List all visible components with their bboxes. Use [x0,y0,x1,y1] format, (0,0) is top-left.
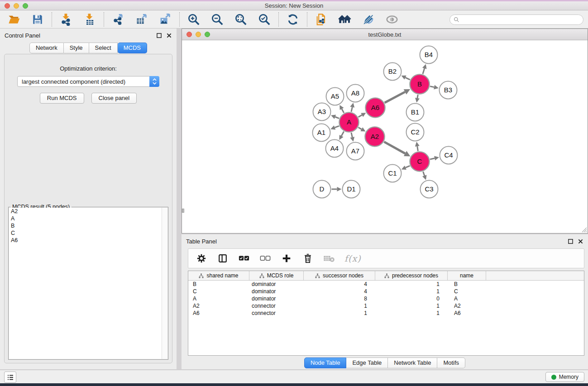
tab-node-table[interactable]: Node Table [304,357,347,368]
hide-annotations-button[interactable] [362,13,375,26]
zoom-selected-button[interactable] [258,13,271,26]
table-cell[interactable]: 1 [375,302,448,310]
table-cell[interactable]: A6 [188,310,249,317]
export-network-button[interactable] [111,13,125,26]
mcds-list-scrollbar[interactable] [162,208,167,359]
table-cell[interactable]: B [188,281,249,288]
table-cell[interactable]: 1 [304,310,375,317]
graph-edge-C-C1[interactable] [406,166,410,167]
delete-column-button[interactable] [302,253,314,264]
close-panel-icon[interactable] [578,238,583,244]
table-cell[interactable]: A [448,295,486,302]
table-cell[interactable]: 0 [375,295,448,302]
column-layout-button[interactable] [217,253,229,264]
home-button[interactable] [338,13,352,26]
network-window-titlebar[interactable]: testGlobe.txt [182,29,588,40]
graph-edge-A-A7[interactable] [351,133,352,137]
table-cell[interactable]: 1 [304,302,375,310]
table-cell[interactable]: dominator [249,281,304,288]
save-session-button[interactable] [31,13,44,26]
deselect-all-columns-button[interactable] [259,253,271,264]
table-cell[interactable]: C [188,288,249,295]
zoom-out-button[interactable] [210,13,224,26]
table-row[interactable]: A2connector11A2 [188,302,584,310]
graph-edge-B-B2[interactable] [406,77,410,80]
mcds-result-item[interactable]: A2 [9,208,167,215]
tab-select[interactable]: Select [89,43,118,53]
graph-edge-A2-C[interactable] [384,142,406,153]
run-mcds-button[interactable]: Run MCDS [40,93,84,104]
table-cell[interactable]: 1 [375,281,448,288]
open-session-button[interactable] [7,13,21,26]
graph-edge-B-B1[interactable] [417,95,418,98]
mcds-result-list[interactable]: A2ABCA6 [9,208,167,359]
tab-network-table[interactable]: Network Table [388,357,437,368]
export-table-button[interactable] [135,13,148,26]
refresh-button[interactable] [286,13,300,26]
column-header-mcds-role[interactable]: MCDS role [249,271,304,280]
tab-style[interactable]: Style [64,43,89,53]
table-row[interactable]: Cdominator41C [188,288,584,295]
network-graph[interactable]: B4B2BB3A8A5A6A3B1AA1C2A2A4A7C4CC1C3DD1 [182,40,588,233]
network-canvas[interactable]: B4B2BB3A8A5A6A3B1AA1C2A2A4A7C4CC1C3DD1 [182,40,588,233]
mcds-result-item[interactable]: B [9,222,167,229]
resize-grip-icon[interactable] [581,227,587,233]
zoom-in-button[interactable] [187,13,201,26]
table-cell[interactable]: connector [249,310,304,317]
zoom-fit-button[interactable] [234,13,248,26]
table-cell[interactable]: A2 [448,302,486,310]
mcds-result-item[interactable]: C [9,229,167,237]
float-panel-icon[interactable] [156,33,162,38]
mcds-result-item[interactable]: A [9,215,167,222]
task-history-button[interactable] [4,372,16,383]
table-settings-button[interactable] [196,253,207,264]
column-header-successor-nodes[interactable]: successor nodes [304,271,375,280]
column-header-predecessor-nodes[interactable]: predecessor nodes [375,271,448,280]
import-table-button[interactable] [83,13,96,26]
graph-edge-A-A4[interactable] [341,132,344,136]
table-cell[interactable]: 8 [304,295,375,302]
table-row[interactable]: Bdominator41B [188,281,584,288]
table-cell[interactable]: A6 [448,310,486,317]
import-network-button[interactable] [59,13,73,26]
float-panel-icon[interactable] [568,238,574,244]
memory-button[interactable]: Memory [545,372,584,382]
search-field[interactable] [449,14,583,25]
graph-edge-B-B3[interactable] [430,86,434,87]
tab-edge-table[interactable]: Edge Table [346,357,388,368]
table-cell[interactable]: connector [249,302,304,310]
table-cell[interactable]: dominator [249,295,304,302]
table-cell[interactable]: A2 [188,302,249,310]
graph-edge-C-C2[interactable] [417,146,418,151]
criterion-select[interactable]: largest connected component (directed) [17,76,159,87]
export-image-button[interactable] [158,13,172,26]
table-cell[interactable]: 4 [304,281,375,288]
table-cell[interactable]: C [448,288,486,295]
tab-network[interactable]: Network [29,43,64,53]
select-all-columns-button[interactable] [238,253,250,264]
close-panel-button[interactable]: Close panel [91,93,137,104]
graph-edge-A-A6[interactable] [359,115,362,117]
graph-edge-C-C3[interactable] [423,172,425,176]
tab-motifs[interactable]: Motifs [437,357,465,368]
table-cell[interactable]: A [188,295,249,302]
graph-edge-A-A3[interactable] [335,117,339,118]
graph-edge-C-C4[interactable] [430,158,435,159]
graph-edge-A6-B[interactable] [385,92,405,103]
column-header-name[interactable]: name [448,271,486,280]
table-cell[interactable]: 1 [375,288,448,295]
add-column-button[interactable] [281,253,292,264]
column-header-shared-name[interactable]: shared name [188,271,249,280]
graph-edge-A-A5[interactable] [342,109,344,113]
close-panel-icon[interactable] [166,33,172,38]
table-row[interactable]: A6connector11A6 [188,310,584,317]
table-cell[interactable]: 1 [375,310,448,317]
mcds-result-item[interactable]: A6 [9,237,167,244]
table-cell[interactable]: 4 [304,288,375,295]
graph-edge-A-A2[interactable] [358,128,361,129]
table-cell[interactable]: dominator [249,288,304,295]
network-from-selection-button[interactable] [315,13,328,26]
table-cell[interactable]: B [448,281,486,288]
table-row[interactable]: Adominator80A [188,295,584,302]
graph-edge-A-A1[interactable] [335,126,339,128]
